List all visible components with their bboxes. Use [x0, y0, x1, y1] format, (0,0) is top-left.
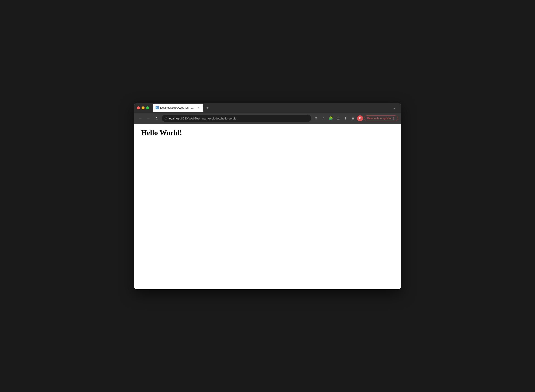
close-button[interactable]: [137, 106, 140, 109]
tab-dropdown-button[interactable]: ⌄: [392, 105, 398, 111]
info-icon: ⓘ: [164, 117, 167, 120]
forward-button[interactable]: →: [145, 115, 152, 121]
maximize-button[interactable]: [146, 106, 149, 109]
relaunch-button[interactable]: Relaunch to update ⋮: [364, 115, 398, 121]
toolbar-actions: ⬆ ☆ 🧩 ☰ ⬇ ▣ E Relaunch to update ⋮: [313, 115, 398, 121]
reload-button[interactable]: ↻: [154, 115, 160, 121]
address-path: :8080/WebTest_war_exploded/hello-servlet: [180, 117, 237, 120]
traffic-lights: [137, 106, 149, 109]
browser-window: W localhost:8080/WebTest_war_ × + ⌄ ← → …: [134, 103, 401, 289]
address-host: localhost: [169, 117, 180, 120]
tab-title: localhost:8080/WebTest_war_: [160, 106, 196, 109]
sidebar-button[interactable]: ▣: [350, 115, 356, 121]
download-button[interactable]: ⬇: [343, 115, 349, 121]
more-icon: ⋮: [392, 117, 395, 120]
share-button[interactable]: ⬆: [313, 115, 319, 121]
tab-favicon: W: [155, 106, 159, 109]
active-tab[interactable]: W localhost:8080/WebTest_war_ ×: [153, 104, 203, 112]
tab-bar: W localhost:8080/WebTest_war_ × + ⌄: [153, 104, 398, 112]
address-text: localhost:8080/WebTest_war_exploded/hell…: [169, 117, 308, 120]
bookmark-button[interactable]: ☆: [320, 115, 327, 121]
page-heading: Hello World!: [141, 128, 394, 137]
extension-button[interactable]: 🧩: [328, 115, 334, 121]
minimize-button[interactable]: [141, 106, 145, 109]
page-content: Hello World!: [134, 124, 401, 289]
title-bar: W localhost:8080/WebTest_war_ × + ⌄: [134, 103, 401, 113]
profile-avatar[interactable]: E: [357, 115, 363, 121]
address-bar-input[interactable]: ⓘ localhost:8080/WebTest_war_exploded/he…: [162, 115, 311, 122]
reading-list-button[interactable]: ☰: [335, 115, 342, 121]
relaunch-label: Relaunch to update: [367, 117, 391, 120]
new-tab-button[interactable]: +: [204, 105, 211, 111]
tab-close-button[interactable]: ×: [197, 106, 201, 110]
address-bar: ← → ↻ ⓘ localhost:8080/WebTest_war_explo…: [134, 113, 401, 124]
back-button[interactable]: ←: [137, 115, 143, 121]
